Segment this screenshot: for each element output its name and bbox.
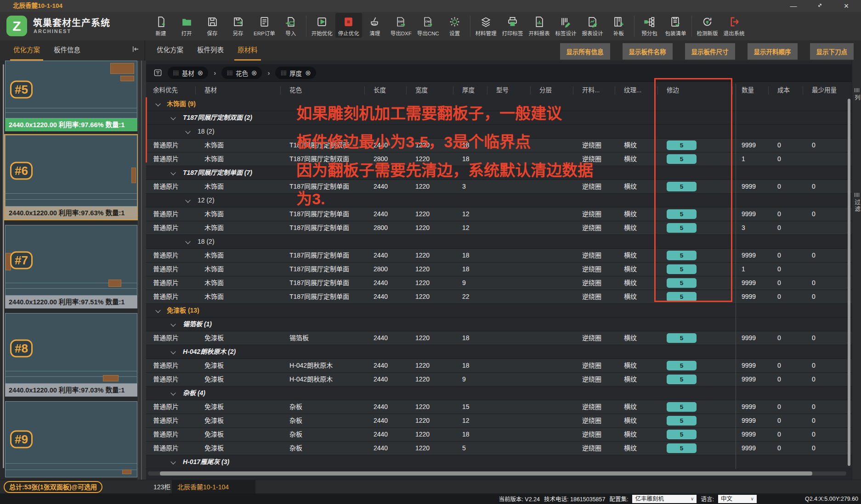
trim-value-badge[interactable]: 5 <box>667 154 697 164</box>
group-row[interactable]: 18 (2) <box>146 235 852 249</box>
chevron-down-icon[interactable] <box>170 115 176 120</box>
toolbar-button-cut-report[interactable]: 开料报表 <box>526 13 553 38</box>
column-header-wl[interactable]: 纹理... <box>624 84 641 97</box>
table-row[interactable]: 普通原片木饰面T187同展厅定制单面2800122012逆绕圈横纹530 <box>146 221 852 235</box>
toolbar-button-start-optimize[interactable]: 开始优化 <box>309 13 335 38</box>
table-row[interactable]: 普通原片木饰面T187同展厅定制单面2440122018逆绕圈横纹5999900 <box>146 249 852 263</box>
column-header-cb[interactable]: 成本 <box>777 84 790 97</box>
trim-value-badge[interactable]: 5 <box>667 264 697 274</box>
chevron-down-icon[interactable] <box>155 308 160 313</box>
trim-value-badge[interactable]: 5 <box>667 209 697 219</box>
trim-value-badge[interactable]: 5 <box>667 251 697 260</box>
bottom-tab-1[interactable]: 北辰香麓10-1-104 <box>172 480 255 494</box>
column-header-hs[interactable]: 花色 <box>289 84 302 97</box>
board-item-8[interactable]: #82440.0x1220.00 利用率:97.03% 数量:1 <box>5 313 137 397</box>
table-row[interactable]: 普通原片木饰面T187同展厅定制单面2440122012逆绕圈横纹5999900 <box>146 207 852 221</box>
column-header-xh[interactable]: 型号 <box>496 84 509 97</box>
toolbar-button-exit-system[interactable]: 退出系统 <box>721 13 748 38</box>
remove-chip-icon[interactable]: ⊗ <box>251 69 257 77</box>
board-item-9[interactable]: #9 <box>5 401 137 477</box>
trim-value-badge[interactable]: 5 <box>667 140 697 150</box>
toolbar-button-erp[interactable]: ERP订单 <box>251 13 278 38</box>
view-button-0[interactable]: 显示所有信息 <box>560 43 610 60</box>
table-row[interactable]: 普通原片木饰面T187同展厅定制单面244012209逆绕圈横纹5999900 <box>146 276 852 290</box>
tab-优化方案[interactable]: 优化方案 <box>150 40 190 61</box>
chevron-down-icon[interactable] <box>170 170 176 175</box>
trim-value-badge[interactable]: 5 <box>667 402 697 412</box>
horizontal-scrollbar-thumb[interactable] <box>160 471 812 476</box>
toolbar-button-open[interactable]: 打开 <box>174 13 199 38</box>
tab-板件列表[interactable]: 板件列表 <box>190 40 231 61</box>
toolbar-button-print-label[interactable]: 打印标签 <box>499 13 526 38</box>
filter-chip-花色[interactable]: ⣿⣿花色⊗ <box>221 67 262 79</box>
toolbar-button-material-manage[interactable]: 材料管理 <box>473 13 499 38</box>
remove-chip-icon[interactable]: ⊗ <box>305 69 311 77</box>
filter-chip-基材[interactable]: ⣿⣿基材⊗ <box>168 67 208 79</box>
toolbar-button-import[interactable]: 导入 <box>278 13 304 38</box>
toolbar-button-stop-optimize[interactable]: 停止优化 <box>335 13 362 38</box>
group-row[interactable]: 木饰面 (9) <box>146 97 852 111</box>
trim-value-badge[interactable]: 5 <box>667 416 697 426</box>
toolbar-button-package-list[interactable]: 包装清单 <box>663 13 689 38</box>
chevron-down-icon[interactable] <box>170 459 176 464</box>
toolbar-button-pre-package[interactable]: 预分包 <box>637 13 663 38</box>
sidebar-tab-优化方案[interactable]: 优化方案 <box>6 40 47 61</box>
table-row[interactable]: 普通原片免漆板H-042朗秋原木2440122018逆绕圈横纹5999900 <box>146 359 852 373</box>
toolbar-button-save[interactable]: 保存 <box>199 13 225 38</box>
group-row[interactable]: T187同展厅定制单面 (7) <box>146 166 852 180</box>
group-row[interactable]: H-017雁尾灰 (3) <box>146 455 852 469</box>
trim-value-badge[interactable]: 5 <box>667 333 697 343</box>
view-button-2[interactable]: 显示板件尺寸 <box>685 43 735 60</box>
table-row[interactable]: 普通原片木饰面T187同展厅定制单面2800122018逆绕圈横纹510 <box>146 263 852 276</box>
side-tab-列[interactable]: 列 <box>852 95 861 101</box>
chevron-down-icon[interactable] <box>185 129 190 134</box>
table-row[interactable]: 普通原片免漆板杂板2440122015逆绕圈横纹5999900 <box>146 400 852 414</box>
board-item-6[interactable]: #62440.0x1220.00 利用率:97.63% 数量:1 <box>5 135 137 219</box>
chevron-down-icon[interactable] <box>155 101 160 106</box>
column-header-sl[interactable]: 数量 <box>742 84 754 97</box>
toolbar-button-saveas[interactable]: 另存 <box>225 13 251 38</box>
table-row[interactable]: 普通原片免漆板锡箔板2440122018逆绕圈横纹5999900 <box>146 331 852 345</box>
table-row[interactable]: 普通原片免漆板杂板2440122012逆绕圈横纹5999900 <box>146 414 852 428</box>
view-button-3[interactable]: 显示开料顺序 <box>748 43 798 60</box>
toolbar-button-export-dxf[interactable]: DXF导出DXF <box>388 13 414 38</box>
toolbar-button-report-design[interactable]: 报表设计 <box>579 13 606 38</box>
collapse-panel-button[interactable] <box>131 45 140 55</box>
panel-splitter[interactable] <box>138 61 147 480</box>
table-row[interactable]: 普通原片免漆板杂板244012205逆绕圈横纹5999900 <box>146 442 852 455</box>
table-row[interactable]: 普通原片木饰面T187同展厅定制双面2800122018逆绕圈横纹510 <box>146 152 852 166</box>
table-row[interactable]: 普通原片免漆板杂板2440122018逆绕圈横纹5999900 <box>146 428 852 442</box>
chevron-down-icon[interactable] <box>170 321 176 326</box>
group-row[interactable]: 免漆板 (13) <box>146 304 852 318</box>
table-row[interactable]: 普通原片木饰面T187同展厅定制单面2440122022逆绕圈横纹5999900 <box>146 290 852 304</box>
group-row[interactable]: 12 (2) <box>146 194 852 207</box>
tab-原材料[interactable]: 原材料 <box>231 40 265 61</box>
trim-value-badge[interactable]: 5 <box>667 182 697 191</box>
filter-chip-厚度[interactable]: ⣿⣿厚度⊗ <box>275 67 316 79</box>
column-header-yl[interactable]: 余料优先 <box>153 84 178 97</box>
view-button-1[interactable]: 显示板件名称 <box>623 43 673 60</box>
trim-value-badge[interactable]: 5 <box>667 443 697 453</box>
trim-value-badge[interactable]: 5 <box>667 278 697 288</box>
sidebar-scrollbar[interactable] <box>3 64 4 468</box>
group-row[interactable]: T187同展厅定制双面 (2) <box>146 111 852 125</box>
close-button[interactable]: × <box>836 0 856 12</box>
maximize-button[interactable] <box>810 0 830 12</box>
trim-value-badge[interactable]: 5 <box>667 430 697 439</box>
board-item-7[interactable]: #72440.0x1220.00 利用率:97.51% 数量:1 <box>5 225 137 308</box>
vertical-scrollbar[interactable] <box>848 99 850 466</box>
board-item-5[interactable]: #52440.0x1220.00 利用率:97.66% 数量:1 <box>5 61 137 131</box>
minimize-button[interactable]: — <box>783 0 804 12</box>
toolbar-button-settings[interactable]: 设置 <box>442 13 468 38</box>
table-row[interactable]: 普通原片木饰面T187同展厅定制单面244012203逆绕圈横纹5999900 <box>146 180 852 194</box>
column-header-zs[interactable]: 最少用量 <box>812 84 837 97</box>
chevron-down-icon[interactable] <box>170 390 176 395</box>
group-row[interactable]: 18 (2) <box>146 125 852 139</box>
column-header-kl[interactable]: 开料... <box>582 84 600 97</box>
column-header-cd[interactable]: 长度 <box>374 84 386 97</box>
trim-value-badge[interactable]: 5 <box>667 361 697 370</box>
column-header-fc[interactable]: 分层 <box>539 84 552 97</box>
chevron-down-icon[interactable] <box>170 349 176 354</box>
group-row[interactable]: H-042朗秋原木 (2) <box>146 345 852 359</box>
table-row[interactable]: 普通原片木饰面T187同展厅定制双面2440122018逆绕圈横纹5999900 <box>146 139 852 152</box>
